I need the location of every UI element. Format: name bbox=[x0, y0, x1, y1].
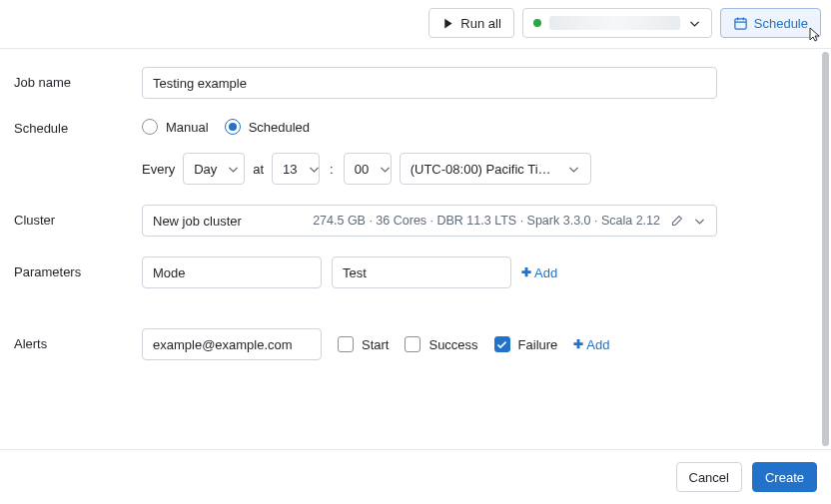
minute-select[interactable]: 00 bbox=[344, 153, 392, 185]
alert-email-value: example@example.com bbox=[153, 337, 293, 352]
at-label: at bbox=[253, 162, 264, 177]
schedule-frequency-line: Every Day at 13 : 00 (UTC-08:00) Pacific… bbox=[142, 153, 817, 185]
schedule-mode-group: Manual Scheduled bbox=[142, 119, 817, 135]
pencil-icon bbox=[670, 215, 683, 228]
run-all-button[interactable]: Run all bbox=[428, 8, 513, 38]
checkbox-icon bbox=[338, 336, 354, 352]
create-label: Create bbox=[765, 470, 804, 485]
hour-select[interactable]: 13 bbox=[272, 153, 320, 185]
cluster-spec: 274.5 GB · 36 Cores · DBR 11.3 LTS · Spa… bbox=[252, 214, 660, 228]
radio-icon bbox=[142, 119, 158, 135]
frequency-unit-value: Day bbox=[194, 162, 217, 177]
checkbox-icon bbox=[405, 336, 420, 352]
frequency-unit-select[interactable]: Day bbox=[183, 153, 245, 185]
job-name-row: Job name Testing example bbox=[14, 67, 817, 99]
chevron-down-icon bbox=[308, 163, 321, 176]
time-colon: : bbox=[328, 162, 336, 177]
timezone-value: (UTC-08:00) Pacific Ti… bbox=[411, 162, 551, 177]
alert-success-label: Success bbox=[428, 337, 477, 352]
cancel-label: Cancel bbox=[689, 470, 729, 485]
create-button[interactable]: Create bbox=[752, 462, 817, 492]
radio-scheduled-label: Scheduled bbox=[249, 120, 310, 135]
check-icon bbox=[495, 338, 508, 351]
param-value-value: Test bbox=[343, 265, 367, 280]
alert-success-checkbox[interactable]: Success bbox=[405, 336, 477, 352]
hour-value: 13 bbox=[283, 162, 297, 177]
edit-cluster-button[interactable] bbox=[670, 215, 683, 228]
add-alert-label: Add bbox=[586, 337, 609, 352]
run-all-label: Run all bbox=[460, 16, 500, 31]
chevron-down-icon bbox=[227, 163, 240, 176]
chevron-down-icon bbox=[379, 163, 392, 176]
timezone-select[interactable]: (UTC-08:00) Pacific Ti… bbox=[400, 153, 591, 185]
parameters-label: Parameters bbox=[14, 256, 142, 279]
plus-icon: ✚ bbox=[521, 265, 531, 279]
cluster-name: New job cluster bbox=[153, 214, 242, 229]
alert-failure-label: Failure bbox=[518, 337, 558, 352]
checkbox-icon bbox=[494, 336, 510, 352]
cluster-config[interactable]: New job cluster 274.5 GB · 36 Cores · DB… bbox=[142, 205, 717, 237]
svg-rect-0 bbox=[735, 18, 746, 28]
alert-failure-checkbox[interactable]: Failure bbox=[494, 336, 558, 352]
schedule-row: Schedule Manual Scheduled Every Day at bbox=[14, 119, 817, 185]
alerts-row: Alerts example@example.com Start Success bbox=[14, 328, 817, 360]
minute-value: 00 bbox=[355, 162, 369, 177]
add-parameter-link[interactable]: ✚ Add bbox=[521, 265, 557, 280]
alert-start-checkbox[interactable]: Start bbox=[338, 336, 389, 352]
alert-email-input[interactable]: example@example.com bbox=[142, 328, 322, 360]
chevron-down-icon bbox=[693, 215, 706, 228]
alerts-line: example@example.com Start Success Failur… bbox=[142, 328, 817, 360]
job-name-input[interactable]: Testing example bbox=[142, 67, 717, 99]
alert-start-label: Start bbox=[362, 337, 389, 352]
dialog-footer: Cancel Create bbox=[0, 449, 831, 504]
add-parameter-label: Add bbox=[534, 265, 557, 280]
schedule-button-label: Schedule bbox=[754, 16, 808, 31]
parameters-line: Mode Test ✚ Add bbox=[142, 256, 817, 288]
calendar-icon bbox=[733, 16, 748, 31]
status-dot-icon bbox=[533, 19, 541, 27]
cluster-selector[interactable] bbox=[522, 8, 712, 38]
alerts-label: Alerts bbox=[14, 328, 142, 351]
plus-icon: ✚ bbox=[573, 337, 583, 351]
radio-manual[interactable]: Manual bbox=[142, 119, 209, 135]
job-name-label: Job name bbox=[14, 67, 142, 90]
schedule-button[interactable]: Schedule bbox=[720, 8, 821, 38]
radio-manual-label: Manual bbox=[166, 120, 209, 135]
radio-scheduled[interactable]: Scheduled bbox=[225, 119, 310, 135]
param-key-input[interactable]: Mode bbox=[142, 256, 322, 288]
param-value-input[interactable]: Test bbox=[332, 256, 511, 288]
add-alert-link[interactable]: ✚ Add bbox=[573, 337, 609, 352]
cluster-label: Cluster bbox=[14, 205, 142, 228]
expand-cluster-button[interactable] bbox=[693, 215, 706, 228]
cancel-button[interactable]: Cancel bbox=[676, 462, 742, 492]
schedule-label: Schedule bbox=[14, 119, 142, 136]
job-name-value: Testing example bbox=[153, 76, 247, 91]
scrollbar[interactable] bbox=[822, 52, 829, 446]
top-toolbar: Run all Schedule bbox=[0, 0, 831, 49]
parameters-row: Parameters Mode Test ✚ Add bbox=[14, 256, 817, 288]
every-label: Every bbox=[142, 162, 175, 177]
param-key-value: Mode bbox=[153, 265, 186, 280]
radio-icon bbox=[225, 119, 241, 135]
chevron-down-icon bbox=[688, 17, 701, 30]
chevron-down-icon bbox=[567, 163, 580, 176]
cluster-name-placeholder bbox=[549, 16, 680, 30]
play-icon bbox=[441, 17, 454, 30]
cluster-row: Cluster New job cluster 274.5 GB · 36 Co… bbox=[14, 205, 817, 237]
schedule-form: Job name Testing example Schedule Manual… bbox=[0, 49, 831, 448]
